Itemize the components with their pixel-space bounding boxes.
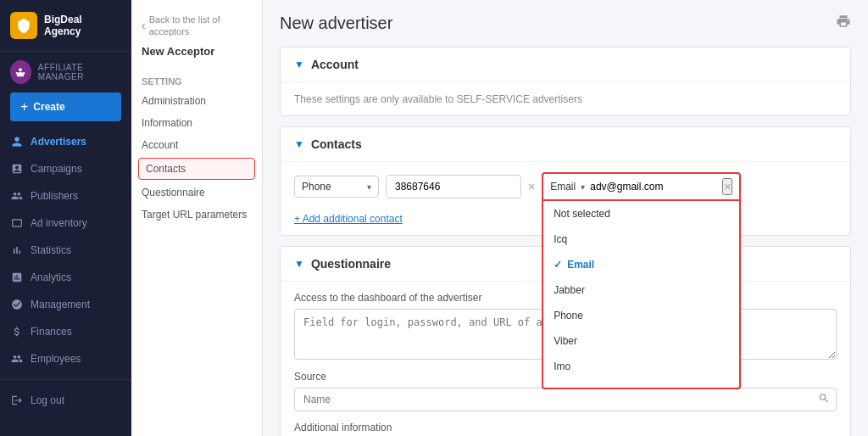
account-subtitle: These settings are only available to SEL… (294, 93, 582, 105)
phone-label: Phone (554, 310, 583, 321)
phone-chevron-icon: ▾ (367, 182, 371, 192)
advertisers-icon (10, 135, 24, 148)
sub-nav-information[interactable]: Information (131, 112, 262, 134)
ad-inventory-label: Ad inventory (31, 217, 87, 229)
left-sidebar: BigDeal Agency AFFILIATE MANAGER + Creat… (0, 0, 131, 436)
logo-area: BigDeal Agency (0, 0, 131, 52)
jabber-label: Jabber (554, 284, 585, 296)
phone-input[interactable] (386, 175, 521, 198)
viber-label: Viber (554, 335, 577, 347)
nav-divider (0, 379, 131, 380)
svg-point-2 (23, 72, 25, 75)
email-input[interactable] (590, 181, 717, 193)
analytics-icon (10, 271, 24, 284)
sub-nav-contacts[interactable]: Contacts (138, 158, 255, 180)
campaigns-label: Campaigns (31, 163, 82, 175)
contacts-section-title: Contacts (311, 137, 362, 151)
sub-nav-target-url[interactable]: Target URL parameters (131, 204, 262, 226)
employees-icon (10, 352, 24, 366)
email-clear-button[interactable]: × (722, 178, 732, 195)
back-arrow-icon: ‹ (142, 19, 146, 32)
advertisers-label: Advertisers (31, 136, 86, 148)
email-type-select[interactable]: Email ▾ × (542, 172, 741, 201)
account-collapse-icon[interactable]: ▼ (294, 59, 304, 70)
svg-point-1 (16, 72, 19, 75)
back-link-text: Back to the list of acceptors (149, 14, 252, 38)
email-chevron-icon: ▾ (581, 182, 585, 192)
employees-label: Employees (31, 353, 81, 365)
management-icon (10, 298, 24, 311)
email-type-label: Email (550, 181, 576, 193)
content-area: New advertiser ▼ Account These settings … (263, 0, 868, 436)
logo-icon (10, 12, 37, 39)
contacts-collapse-icon[interactable]: ▼ (294, 138, 304, 150)
account-section-title: Account (311, 58, 359, 71)
account-section-body: These settings are only available to SEL… (281, 82, 850, 115)
affiliate-icon (10, 60, 31, 84)
logo-text: BigDeal Agency (44, 14, 82, 38)
page-title: New advertiser (280, 14, 392, 33)
logout-icon (10, 394, 24, 407)
sidebar-item-management[interactable]: Management (0, 291, 131, 318)
contacts-section: ▼ Contacts Phone ▾ × Email (280, 126, 851, 236)
management-label: Management (31, 299, 90, 310)
icq-label: Icq (554, 233, 567, 245)
dropdown-item-viber[interactable]: Viber (543, 328, 739, 354)
finances-label: Finances (31, 326, 72, 338)
sidebar-item-publishers[interactable]: Publishers (0, 182, 131, 210)
page-title-row: New advertiser (280, 14, 851, 33)
affiliate-manager-label: AFFILIATE MANAGER (38, 63, 121, 81)
sidebar-item-advertisers[interactable]: Advertisers (0, 128, 131, 155)
create-button[interactable]: + Create (10, 92, 121, 121)
sub-nav-questionnaire[interactable]: Questionnaire (131, 182, 262, 204)
contacts-section-header: ▼ Contacts (281, 127, 850, 162)
print-icon[interactable] (836, 14, 851, 33)
logout-label: Log out (31, 394, 64, 406)
not-selected-label: Not selected (554, 208, 610, 220)
back-link[interactable]: ‹ Back to the list of acceptors (142, 14, 252, 38)
dropdown-item-email[interactable]: ✓ Email (543, 252, 739, 277)
sidebar-item-logout[interactable]: Log out (0, 387, 131, 414)
statistics-icon (10, 243, 24, 257)
dropdown-item-kik[interactable]: Kik (543, 379, 739, 388)
imo-label: Imo (554, 361, 570, 372)
phone-type-select[interactable]: Phone ▾ (294, 176, 379, 198)
add-contact-link[interactable]: + Add additional contact (294, 213, 403, 225)
sub-nav-administration[interactable]: Administration (131, 90, 262, 112)
statistics-label: Statistics (31, 244, 71, 256)
contacts-row: Phone ▾ × Email ▾ × (294, 172, 837, 201)
source-search-icon[interactable] (818, 393, 830, 407)
account-section: ▼ Account These settings are only availa… (280, 47, 851, 116)
contacts-section-body: Phone ▾ × Email ▾ × (281, 162, 850, 235)
sub-sidebar: ‹ Back to the list of acceptors New Acce… (131, 0, 263, 436)
sub-sidebar-header: ‹ Back to the list of acceptors New Acce… (131, 8, 262, 66)
affiliate-label-row: AFFILIATE MANAGER (0, 52, 131, 92)
dropdown-item-imo[interactable]: Imo (543, 354, 739, 379)
dropdown-item-icq[interactable]: Icq (543, 226, 739, 252)
questionnaire-collapse-icon[interactable]: ▼ (294, 258, 304, 270)
analytics-label: Analytics (31, 271, 71, 283)
phone-clear-button[interactable]: × (528, 180, 535, 193)
email-dropdown-wrapper: Email ▾ × Not selected Icq (542, 172, 741, 201)
sidebar-item-analytics[interactable]: Analytics (0, 264, 131, 291)
svg-point-0 (19, 68, 22, 71)
sidebar-item-campaigns[interactable]: Campaigns (0, 155, 131, 182)
sidebar-item-employees[interactable]: Employees (0, 345, 131, 372)
sidebar-item-finances[interactable]: Finances (0, 318, 131, 345)
main-wrapper: ‹ Back to the list of acceptors New Acce… (131, 0, 868, 436)
campaigns-icon (10, 162, 24, 176)
source-input[interactable] (294, 388, 837, 411)
check-mark-icon: ✓ (554, 259, 562, 271)
email-type-dropdown: Not selected Icq ✓ Email J (542, 201, 741, 389)
sidebar-item-statistics[interactable]: Statistics (0, 237, 131, 264)
sidebar-item-ad-inventory[interactable]: Ad inventory (0, 210, 131, 237)
dropdown-item-jabber[interactable]: Jabber (543, 277, 739, 303)
sub-sidebar-title: New Acceptor (142, 45, 252, 58)
dropdown-item-phone[interactable]: Phone (543, 303, 739, 328)
setting-group-title: Setting (131, 71, 262, 90)
additional-label: Additional information (294, 422, 837, 433)
source-row (294, 388, 837, 411)
publishers-label: Publishers (31, 190, 78, 202)
dropdown-item-not-selected[interactable]: Not selected (543, 201, 739, 226)
sub-nav-account[interactable]: Account (131, 134, 262, 156)
